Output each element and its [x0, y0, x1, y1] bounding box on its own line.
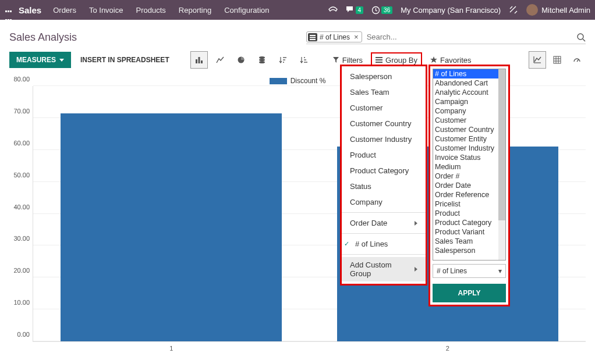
y-tick-label: 20.00 — [13, 267, 33, 274]
legend-swatch — [270, 78, 287, 84]
custom-group-option[interactable]: Abandoned Cart — [433, 78, 505, 88]
svg-line-27 — [577, 59, 579, 62]
y-tick-label: 30.00 — [13, 235, 33, 242]
custom-group-option[interactable]: # of Lines — [433, 69, 505, 78]
groupby-item[interactable]: Status — [342, 179, 426, 194]
chip-label: # of Lines — [317, 33, 352, 41]
svg-rect-22 — [554, 56, 561, 63]
chip-close-icon[interactable]: × — [352, 33, 360, 41]
x-tick-label: 1 — [169, 341, 173, 352]
custom-group-option[interactable]: Company — [433, 106, 505, 116]
nav-products[interactable]: Products — [136, 6, 165, 15]
svg-rect-20 — [376, 59, 382, 60]
groupby-item[interactable]: Sales Team — [342, 84, 426, 100]
graph-view-icon[interactable] — [529, 51, 546, 69]
custom-group-option[interactable]: Salesperson — [433, 246, 505, 255]
scrollbar-thumb[interactable] — [498, 69, 505, 220]
top-nav: Sales Orders To Invoice Products Reporti… — [0, 0, 595, 20]
groupby-item[interactable]: Company — [342, 194, 426, 210]
dashboard-view-icon[interactable] — [568, 51, 586, 69]
groupby-item[interactable]: Customer Industry — [342, 131, 426, 147]
custom-group-option[interactable]: Order # — [433, 172, 505, 181]
pivot-view-icon[interactable] — [548, 51, 566, 69]
custom-group-option[interactable]: Sales Team — [433, 237, 505, 246]
insert-spreadsheet-button[interactable]: INSERT IN SPREADSHEET — [75, 52, 175, 68]
svg-rect-3 — [310, 39, 316, 40]
pie-chart-icon[interactable] — [232, 51, 250, 69]
y-tick-label: 70.00 — [13, 108, 33, 115]
custom-group-listbox[interactable]: # of LinesAbandoned CartAnalytic Account… — [433, 69, 506, 260]
groupby-item[interactable]: Product Category — [342, 163, 426, 179]
measures-label: MEASURES — [16, 56, 56, 64]
custom-group-option[interactable]: Product Category — [433, 218, 505, 227]
svg-rect-8 — [201, 60, 203, 63]
page-title: Sales Analysis — [9, 31, 77, 44]
x-tick-label: 2 — [446, 341, 449, 352]
groupby-item[interactable]: Customer — [342, 100, 426, 116]
custom-group-option[interactable]: Campaign — [433, 97, 505, 106]
star-icon — [430, 56, 437, 63]
messages-icon[interactable]: 4 — [346, 6, 364, 14]
caret-down-icon — [59, 59, 64, 62]
stacked-icon[interactable] — [253, 51, 271, 69]
custom-group-option[interactable]: Order Date — [433, 181, 505, 190]
custom-group-option[interactable]: Customer Entity — [433, 134, 505, 144]
groupby-item[interactable]: Product — [342, 147, 426, 163]
groupby-add-custom[interactable]: Add Custom Group — [342, 257, 426, 281]
custom-group-option[interactable]: Customer Industry — [433, 144, 505, 153]
search-chip[interactable]: # of Lines × — [306, 31, 362, 42]
y-tick-label: 80.00 — [13, 76, 33, 83]
custom-group-select[interactable]: # of Lines ▾ — [433, 264, 506, 278]
groupby-item-order-date[interactable]: Order Date — [342, 215, 426, 231]
svg-point-10 — [259, 56, 265, 59]
groupby-chip-icon — [308, 33, 317, 41]
bar-chart-icon[interactable] — [190, 51, 208, 69]
groupby-item[interactable]: Salesperson — [342, 69, 426, 84]
messages-badge: 4 — [356, 6, 364, 14]
custom-group-option[interactable]: Medium — [433, 162, 505, 172]
svg-rect-1 — [310, 35, 316, 36]
apps-icon[interactable] — [5, 5, 14, 15]
svg-line-5 — [583, 39, 585, 41]
svg-rect-19 — [376, 57, 382, 58]
bar[interactable] — [61, 113, 282, 341]
settings-icon[interactable] — [509, 5, 518, 15]
custom-group-option[interactable]: Analytic Account — [433, 88, 505, 97]
nav-reporting[interactable]: Reporting — [179, 6, 211, 15]
groupby-label: Group By — [385, 56, 417, 65]
line-chart-icon[interactable] — [211, 51, 229, 69]
nav-configuration[interactable]: Configuration — [224, 6, 269, 15]
groupby-icon — [376, 56, 382, 63]
user-menu[interactable]: Mitchell Admin — [526, 4, 590, 16]
y-tick-label: 0.00 — [17, 331, 33, 338]
brand[interactable]: Sales — [19, 5, 41, 15]
favorites-label: Favorites — [440, 56, 471, 65]
chevron-down-icon: ▾ — [498, 267, 502, 275]
custom-group-option[interactable]: Order Reference — [433, 190, 505, 199]
custom-group-option[interactable]: Customer — [433, 116, 505, 125]
custom-group-option[interactable]: Product — [433, 209, 505, 218]
svg-rect-2 — [310, 37, 316, 38]
y-tick-label: 40.00 — [13, 204, 33, 210]
activities-icon[interactable]: 36 — [371, 6, 392, 15]
groupby-item[interactable]: Customer Country — [342, 116, 426, 131]
apply-button[interactable]: APPLY — [433, 284, 506, 302]
company-switcher[interactable]: My Company (San Francisco) — [401, 6, 501, 15]
custom-group-option[interactable]: Product Variant — [433, 227, 505, 237]
custom-group-option[interactable]: Pricelist — [433, 199, 505, 209]
measures-button[interactable]: MEASURES — [9, 52, 71, 68]
sort-asc-icon[interactable] — [295, 51, 313, 69]
custom-group-option[interactable]: Invoice Status — [433, 153, 505, 162]
nav-to-invoice[interactable]: To Invoice — [89, 6, 123, 15]
nav-orders[interactable]: Orders — [53, 6, 76, 15]
custom-group-option[interactable]: Customer Country — [433, 125, 505, 134]
phone-icon[interactable] — [328, 6, 338, 14]
svg-point-4 — [578, 34, 583, 40]
sort-desc-icon[interactable] — [274, 51, 292, 69]
y-tick-label: 60.00 — [13, 140, 33, 147]
filter-icon — [332, 56, 339, 63]
activities-badge: 36 — [381, 6, 392, 14]
groupby-item-lines[interactable]: # of Lines — [342, 236, 426, 252]
search-input[interactable] — [366, 30, 576, 44]
search-icon[interactable] — [576, 33, 586, 42]
